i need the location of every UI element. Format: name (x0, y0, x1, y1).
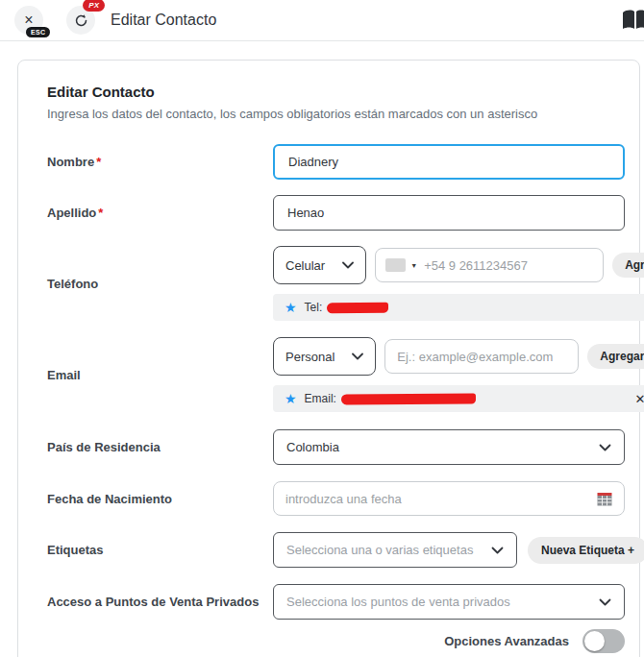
fecha-input[interactable] (285, 492, 597, 506)
chevron-down-icon (352, 353, 363, 360)
apellido-label: Apellido* (47, 206, 273, 220)
apellido-input[interactable] (273, 195, 625, 231)
email-input[interactable] (397, 350, 566, 364)
chevron-down-icon (342, 261, 354, 269)
row-fecha: Fecha de Nacimiento (47, 481, 625, 516)
row-apellido: Apellido* (47, 195, 625, 231)
row-email: Email Personal Agregar ★ Email: ✕ (47, 337, 625, 412)
telefono-chip-prefix: Tel: (305, 301, 323, 314)
email-type-select[interactable]: Personal (273, 337, 376, 376)
telefono-label: Teléfono (47, 277, 273, 291)
book-icon[interactable] (621, 9, 644, 32)
form-subtitle: Ingresa los datos del contacto, los camp… (47, 107, 625, 121)
email-redacted-value (341, 393, 476, 404)
fecha-label: Fecha de Nacimiento (47, 492, 273, 506)
flag-caret-icon: ▼ (410, 262, 417, 269)
close-icon: × (24, 12, 33, 28)
pais-label: País de Residencia (47, 440, 273, 454)
telefono-chip: ★ Tel: ✕ (273, 294, 644, 321)
country-flag-placeholder[interactable] (385, 258, 406, 272)
nombre-input[interactable] (273, 144, 625, 180)
nombre-label: Nombre* (47, 155, 273, 169)
email-input-wrap (384, 339, 579, 374)
edit-contact-panel: Editar Contacto Ingresa los datos del co… (17, 60, 640, 657)
star-icon[interactable]: ★ (285, 392, 297, 405)
row-acceso: Acceso a Puntos de Venta Privados Selecc… (47, 584, 625, 620)
row-telefono: Teléfono Celular ▼ Agregar ★ Tel: (47, 246, 625, 321)
star-icon[interactable]: ★ (285, 301, 297, 314)
email-label: Email (47, 368, 273, 382)
acceso-select[interactable]: Selecciona los puntos de venta privados (273, 584, 625, 620)
required-asterisk: * (98, 206, 103, 220)
fecha-input-wrap (273, 481, 625, 516)
chevron-down-icon (491, 547, 504, 554)
telefono-redacted-value (327, 302, 388, 313)
remove-email-icon[interactable]: ✕ (634, 393, 644, 405)
telefono-input[interactable] (424, 258, 593, 273)
esc-shortcut-badge: ESC (26, 27, 50, 37)
nueva-etiqueta-button[interactable]: Nueva Etiqueta + (528, 537, 644, 564)
advanced-label: Opciones Avanzadas (444, 634, 569, 648)
dialog-header: × ESC PX Editar Contacto (0, 0, 644, 41)
chevron-down-icon (599, 444, 611, 451)
acceso-label: Acceso a Puntos de Venta Privados (47, 595, 273, 609)
telefono-type-select[interactable]: Celular (273, 246, 366, 284)
px-badge: PX (83, 0, 105, 12)
calendar-icon[interactable] (597, 492, 612, 506)
chevron-down-icon (599, 598, 611, 606)
dialog-title: Editar Contacto (111, 12, 216, 29)
etiquetas-select[interactable]: Selecciona una o varias etiquetas (273, 532, 517, 568)
telefono-input-wrap: ▼ (375, 248, 604, 282)
refresh-icon (74, 13, 88, 28)
email-chip: ★ Email: ✕ (273, 385, 644, 412)
row-etiquetas: Etiquetas Selecciona una o varias etique… (47, 532, 625, 568)
telefono-agregar-button[interactable]: Agregar (612, 253, 644, 278)
toggle-knob (584, 631, 605, 651)
required-asterisk: * (96, 155, 101, 169)
row-pais: País de Residencia Colombia (47, 429, 625, 465)
pais-select[interactable]: Colombia (273, 429, 625, 465)
form-title: Editar Contacto (47, 84, 625, 100)
email-chip-prefix: Email: (305, 392, 336, 405)
etiquetas-label: Etiquetas (47, 543, 273, 557)
email-agregar-button[interactable]: Agregar (587, 344, 644, 369)
row-advanced: Opciones Avanzadas (47, 629, 625, 653)
row-nombre: Nombre* (47, 144, 625, 180)
advanced-toggle[interactable] (582, 629, 625, 653)
